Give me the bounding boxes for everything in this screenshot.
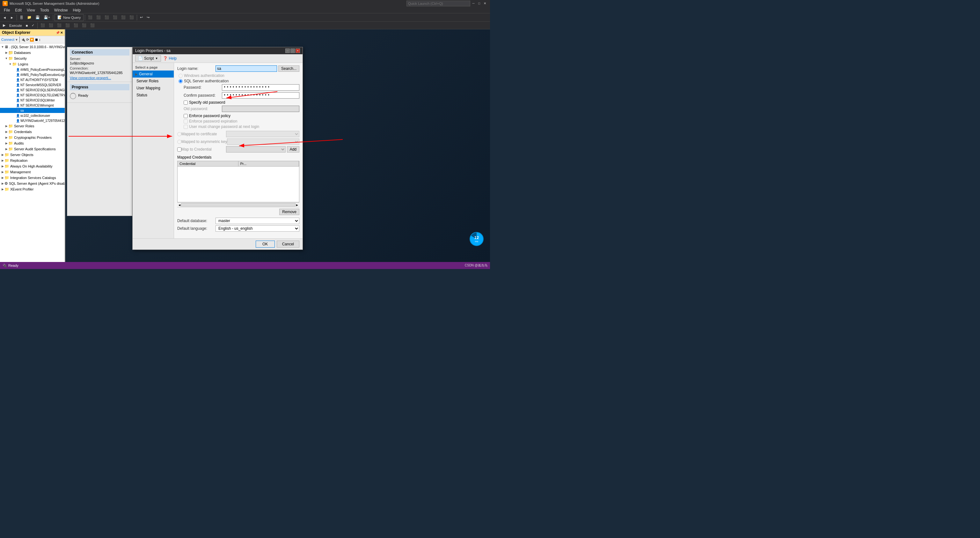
scrollbar-track[interactable] xyxy=(181,203,296,206)
cancel-button[interactable]: Cancel xyxy=(277,241,299,247)
dialog-close-button[interactable]: ✕ xyxy=(296,48,300,53)
mapped-asymm-label: Mapped to asymmetric key xyxy=(181,139,227,144)
maximize-button[interactable]: □ xyxy=(477,1,482,6)
watermark: CSDN @孤岛鸟 xyxy=(465,263,487,268)
bottom-selects: Default database: master Default languag… xyxy=(177,218,299,231)
toolbar-open[interactable]: 📁 xyxy=(25,14,33,21)
toolbar2-btn4[interactable]: ⬛ xyxy=(39,22,46,29)
enforce-policy-row: Enforce password policy xyxy=(184,113,299,118)
windows-auth-radio[interactable] xyxy=(178,74,183,78)
minimize-button[interactable]: ─ xyxy=(471,1,476,6)
toolbar2-btn2[interactable]: ■ xyxy=(24,22,30,29)
toolbar2-btn5[interactable]: ⬛ xyxy=(47,22,55,29)
map-credential-select[interactable] xyxy=(226,146,286,153)
page-status[interactable]: Status xyxy=(133,92,174,99)
mapped-certificate-row: Mapped to certificate xyxy=(177,131,299,137)
view-properties-link[interactable]: View connection properti... xyxy=(70,76,129,80)
toolbar2-btn7[interactable]: ⬛ xyxy=(64,22,72,29)
toolbar-back[interactable]: ◄ xyxy=(1,14,8,21)
enforce-expiration-row: Enforce password expiration xyxy=(184,119,299,123)
password-input[interactable] xyxy=(222,84,299,91)
menu-tools[interactable]: Tools xyxy=(38,7,52,13)
menu-help[interactable]: Help xyxy=(70,7,84,13)
toolbar2-btn3[interactable]: ✓ xyxy=(30,22,36,29)
toolbar-forward[interactable]: ► xyxy=(9,14,15,21)
user-must-change-row: User must change password at next login xyxy=(184,125,299,129)
connection-label: Connection: xyxy=(70,66,129,70)
ok-button[interactable]: OK xyxy=(256,241,275,247)
sql-auth-radio[interactable] xyxy=(178,79,183,83)
execute-button[interactable]: Execute xyxy=(8,22,24,29)
toolbar2-btn9[interactable]: ⬛ xyxy=(80,22,88,29)
help-button[interactable]: ❓ Help xyxy=(163,56,177,61)
mapped-asymm-radio[interactable] xyxy=(177,140,181,144)
toolbar-btn1[interactable]: ⬛ xyxy=(86,14,94,21)
login-name-row: Login name: Search... xyxy=(177,65,299,72)
remove-button[interactable]: Remove xyxy=(279,209,299,215)
login-name-input[interactable] xyxy=(215,65,277,72)
toolbar-undo[interactable]: ↩ xyxy=(138,14,145,21)
windows-auth-label: Windows authentication xyxy=(184,73,224,78)
menu-file[interactable]: File xyxy=(1,7,13,13)
mapped-cert-radio[interactable] xyxy=(177,132,181,136)
windows-auth-row: Windows authentication xyxy=(177,73,299,78)
add-credential-button[interactable]: Add xyxy=(287,146,299,153)
page-server-roles-label: Server Roles xyxy=(137,79,158,83)
menu-view[interactable]: View xyxy=(24,7,38,13)
login-properties-dialog: Login Properties - sa ─ □ ✕ 📄 Script ▼ ❓… xyxy=(132,47,303,250)
quick-launch[interactable] xyxy=(406,1,470,6)
toolbar-new-db[interactable]: 🗄 xyxy=(18,14,25,21)
dialog-minimize-button[interactable]: ─ xyxy=(285,48,290,53)
scroll-left-icon[interactable]: ◄ xyxy=(178,203,181,207)
progress-title: Progress xyxy=(70,84,129,90)
close-button[interactable]: ✕ xyxy=(482,1,487,6)
toolbar-btn6[interactable]: ⬛ xyxy=(128,14,135,21)
page-status-label: Status xyxy=(137,93,147,97)
toolbar-redo[interactable]: ↪ xyxy=(145,14,151,21)
toolbar2-btn6[interactable]: ⬛ xyxy=(56,22,63,29)
toolbar-btn4[interactable]: ⬛ xyxy=(111,14,119,21)
new-query-button[interactable]: 📝 New Query xyxy=(54,14,84,21)
user-must-change-checkbox[interactable] xyxy=(184,125,188,129)
default-database-select[interactable]: master xyxy=(215,218,299,224)
toolbar2-btn1[interactable]: ▶ xyxy=(1,22,7,29)
page-user-mapping[interactable]: User Mapping xyxy=(133,85,174,92)
quick-launch-input[interactable] xyxy=(407,2,470,5)
map-credential-checkbox[interactable] xyxy=(177,147,181,152)
page-user-mapping-label: User Mapping xyxy=(137,86,161,90)
specify-old-password-checkbox[interactable] xyxy=(184,101,188,105)
enforce-policy-checkbox[interactable] xyxy=(184,114,188,118)
scroll-right-icon[interactable]: ► xyxy=(296,203,299,207)
script-dropdown-icon: ▼ xyxy=(155,57,158,60)
user-must-change-label: User must change password at next login xyxy=(189,125,259,129)
server-value: 1u9jlzcblgovzro xyxy=(70,61,129,65)
page-server-roles[interactable]: Server Roles xyxy=(133,78,174,85)
menu-window[interactable]: Window xyxy=(52,7,70,13)
map-credential-label: Map to Credential xyxy=(181,147,226,152)
toolbar2-btn8[interactable]: ⬛ xyxy=(72,22,80,29)
toolbar-btn3[interactable]: ⬛ xyxy=(103,14,111,21)
timer-badge: 12 ms xyxy=(469,232,484,246)
specify-old-password-label: Specify old password xyxy=(189,100,225,105)
specify-old-password-row: Specify old password xyxy=(184,100,299,105)
mapped-asymm-select[interactable] xyxy=(227,139,299,145)
old-password-input[interactable] xyxy=(222,105,299,112)
menu-edit[interactable]: Edit xyxy=(13,7,24,13)
enforce-expiration-checkbox[interactable] xyxy=(184,119,188,123)
confirm-password-input[interactable] xyxy=(222,92,299,99)
toolbar-btn2[interactable]: ⬛ xyxy=(95,14,102,21)
script-button[interactable]: 📄 Script ▼ xyxy=(135,55,161,62)
toolbar-save[interactable]: 💾 xyxy=(34,14,41,21)
mapped-cert-select[interactable] xyxy=(226,131,299,137)
dialog-form: Login name: Search... Windows authentica… xyxy=(174,63,302,238)
mapped-credentials-label: Mapped Credentials xyxy=(177,155,212,160)
toolbar2-btn10[interactable]: ⬛ xyxy=(89,22,96,29)
search-button[interactable]: Search... xyxy=(278,65,299,72)
toolbar-saveall[interactable]: 💾+ xyxy=(42,14,52,21)
progress-section: Progress Ready xyxy=(67,82,132,103)
toolbar-btn5[interactable]: ⬛ xyxy=(119,14,127,21)
dialog-maximize-button[interactable]: □ xyxy=(290,48,295,53)
sep3 xyxy=(85,15,85,21)
page-general[interactable]: ▶ General xyxy=(133,70,174,78)
default-language-select[interactable]: English - us_english xyxy=(215,225,299,231)
